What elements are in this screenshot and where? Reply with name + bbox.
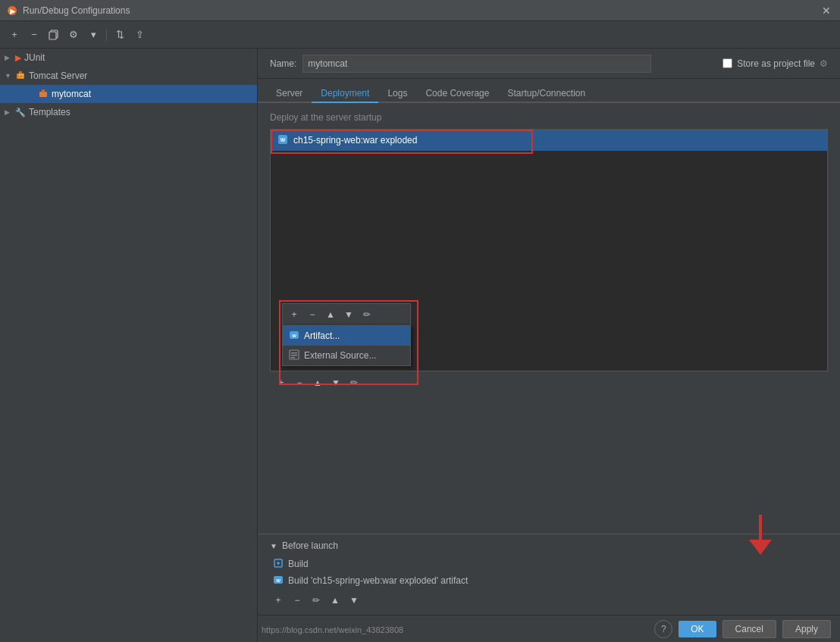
- bl-remove-btn[interactable]: −: [289, 592, 306, 609]
- run-debug-configurations-dialog: ▶ Run/Debug Configurations ✕ + − ⚙ ▾ ⇅ ⇧…: [0, 0, 840, 642]
- ctx-up-btn[interactable]: ▲: [322, 306, 339, 323]
- before-launch-label: Before launch: [282, 540, 338, 551]
- title-bar-icon: ▶: [6, 5, 18, 17]
- artifact-build-icon: W: [273, 575, 284, 587]
- context-menu-container: + − ▲ ▼ ✏: [282, 303, 411, 366]
- deploy-add-button[interactable]: +: [273, 374, 290, 391]
- context-menu-item-artifact[interactable]: W Artifact...: [283, 326, 410, 346]
- before-launch-artifact-label: Build 'ch15-spring-web:war exploded' art…: [288, 575, 468, 586]
- sidebar-item-junit[interactable]: ▶ ▶ JUnit: [0, 49, 257, 67]
- sidebar-item-mytomcat-label: mytomcat: [52, 89, 91, 99]
- tabs-bar: Server Deployment Logs Code Coverage Sta…: [258, 79, 840, 103]
- deployment-content: Deploy at the server startup W: [258, 103, 840, 534]
- sidebar-item-mytomcat[interactable]: ▶ mytomcat: [0, 85, 257, 103]
- context-menu-external-label: External Source...: [304, 350, 376, 361]
- tomcat-icon: 🐱: [15, 70, 26, 83]
- name-bar: Name: Store as project file ⚙: [258, 49, 840, 79]
- deploy-up-button[interactable]: ▲: [309, 374, 326, 391]
- before-launch-header[interactable]: ▼ Before launch: [270, 540, 828, 551]
- deploy-item-label: ch15-spring-web:war exploded: [293, 135, 417, 146]
- right-panel: Name: Store as project file ⚙ Server Dep…: [258, 49, 840, 642]
- remove-config-button[interactable]: −: [26, 27, 42, 43]
- context-menu-artifact-label: Artifact...: [304, 330, 340, 341]
- ctx-remove-btn[interactable]: −: [304, 306, 321, 323]
- config-toolbar: + − ⚙ ▾ ⇅ ⇧: [0, 21, 840, 49]
- deploy-down-button[interactable]: ▼: [328, 374, 344, 391]
- artifact-icon: W: [289, 330, 299, 343]
- close-button[interactable]: ✕: [819, 3, 834, 18]
- junit-icon: ▶: [15, 53, 21, 63]
- ok-button[interactable]: OK: [679, 621, 716, 637]
- context-menu: W Artifact...: [282, 325, 411, 366]
- before-launch-arrow-icon: ▼: [270, 542, 277, 550]
- build-icon: [273, 558, 284, 571]
- tab-server[interactable]: Server: [267, 83, 312, 103]
- copy-config-button[interactable]: [45, 27, 62, 43]
- ctx-add-btn[interactable]: +: [286, 306, 302, 323]
- before-launch-list: Build W Build 'ch15-spring-web:war explo…: [270, 556, 828, 589]
- templates-icon: 🔧: [15, 108, 26, 117]
- before-launch-build-label: Build: [288, 559, 309, 569]
- war-icon: W: [277, 133, 289, 148]
- svg-rect-7: [39, 92, 47, 97]
- store-gear-icon: ⚙: [820, 58, 828, 69]
- svg-rect-16: [291, 357, 295, 359]
- store-project-file-checkbox[interactable]: [722, 58, 732, 68]
- bottom-bar: https://blog.csdn.net/weixin_43823808 ? …: [258, 615, 840, 642]
- svg-text:🐱: 🐱: [18, 73, 24, 79]
- name-input[interactable]: [302, 55, 651, 73]
- sidebar-item-templates-label: Templates: [29, 107, 71, 117]
- bl-add-btn[interactable]: +: [270, 592, 287, 609]
- arrow-down-config-button[interactable]: ▾: [85, 27, 102, 43]
- sidebar-item-tomcat-label: Tomcat Server: [29, 70, 87, 81]
- context-menu-toolbar: + − ▲ ▼ ✏: [282, 303, 411, 325]
- svg-rect-14: [291, 352, 297, 354]
- bl-edit-btn[interactable]: ✏: [308, 592, 324, 609]
- before-launch-toolbar: + − ✏ ▲ ▼: [270, 592, 828, 609]
- sidebar-item-templates[interactable]: ▶ 🔧 Templates: [0, 103, 257, 121]
- store-project-file-label: Store as project file: [737, 58, 815, 69]
- sidebar-tree: ▶ ▶ JUnit ▼ 🐱 Tomcat Server: [0, 49, 257, 642]
- svg-text:W: W: [276, 578, 281, 583]
- apply-button[interactable]: Apply: [782, 620, 831, 638]
- deploy-section-label: Deploy at the server startup: [270, 112, 828, 123]
- deploy-edit-button[interactable]: ✏: [346, 374, 362, 391]
- name-label: Name:: [270, 58, 296, 69]
- cancel-button[interactable]: Cancel: [722, 620, 776, 638]
- deploy-toolbar: + − ▲ ▼ ✏: [270, 371, 828, 394]
- ctx-edit-btn[interactable]: ✏: [359, 306, 375, 323]
- tab-code-coverage[interactable]: Code Coverage: [416, 83, 498, 103]
- external-source-icon: [289, 349, 299, 362]
- junit-arrow: ▶: [5, 54, 14, 61]
- svg-rect-8: [42, 89, 45, 92]
- before-launch-item-artifact: W Build 'ch15-spring-web:war exploded' a…: [273, 572, 828, 589]
- ctx-down-btn[interactable]: ▼: [340, 306, 357, 323]
- store-project-file-area: Store as project file ⚙: [722, 58, 828, 69]
- move-config-button[interactable]: ⇧: [131, 27, 148, 43]
- tab-logs[interactable]: Logs: [378, 83, 416, 103]
- svg-text:▶: ▶: [10, 8, 16, 15]
- tab-startup-connection[interactable]: Startup/Connection: [498, 83, 594, 103]
- bl-down-btn[interactable]: ▼: [346, 592, 362, 609]
- templates-arrow: ▶: [5, 108, 14, 116]
- title-bar-text: Run/Debug Configurations: [23, 5, 819, 16]
- tab-deployment[interactable]: Deployment: [312, 83, 378, 103]
- sort-config-button[interactable]: ⇅: [111, 27, 128, 43]
- before-launch-section: ▼ Before launch Build: [258, 534, 840, 615]
- bottom-link: https://blog.csdn.net/weixin_43823808: [262, 625, 403, 634]
- svg-text:W: W: [281, 137, 286, 142]
- sidebar-item-tomcat[interactable]: ▼ 🐱 Tomcat Server: [0, 67, 257, 85]
- mytomcat-icon: [38, 88, 49, 100]
- main-content: ▶ ▶ JUnit ▼ 🐱 Tomcat Server: [0, 49, 840, 642]
- svg-text:W: W: [292, 334, 296, 338]
- bl-up-btn[interactable]: ▲: [327, 592, 343, 609]
- deploy-remove-button[interactable]: −: [291, 374, 308, 391]
- add-config-button[interactable]: +: [6, 27, 23, 43]
- help-button[interactable]: ?: [654, 620, 672, 638]
- sidebar: ▶ ▶ JUnit ▼ 🐱 Tomcat Server: [0, 49, 258, 642]
- deploy-list-item[interactable]: W ch15-spring-web:war exploded: [271, 130, 827, 151]
- settings-config-button[interactable]: ⚙: [65, 27, 82, 43]
- sidebar-item-junit-label: JUnit: [24, 52, 45, 63]
- context-menu-item-external[interactable]: External Source...: [283, 346, 410, 365]
- tomcat-arrow: ▼: [5, 72, 14, 80]
